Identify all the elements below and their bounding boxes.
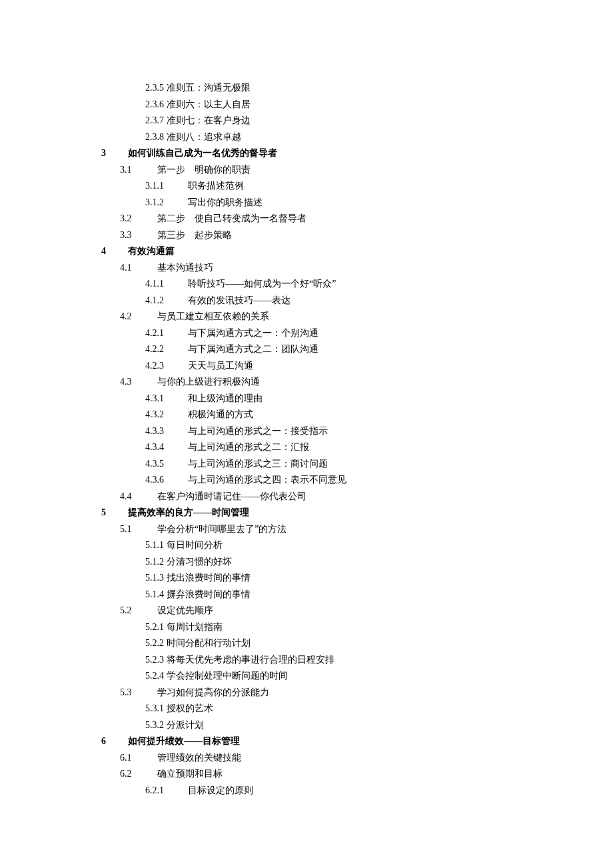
outline-section-number: 3	[101, 145, 120, 162]
outline-item-level3: 2.3.6 准则六：以主人自居	[40, 97, 573, 113]
outline-item-level2: 3.3第三步 起步策略	[40, 227, 573, 244]
outline-sub-number: 3.1	[120, 162, 144, 179]
outline-item-level3: 4.2.1与下属沟通方式之一：个别沟通	[40, 325, 573, 342]
outline-subsub-text: 和上级沟通的理由	[188, 391, 263, 407]
outline-item-level3: 5.2.1 每周计划指南	[40, 619, 573, 636]
outline-subsub-text: 与下属沟通方式之二：团队沟通	[188, 341, 318, 358]
outline-section-heading: 5提高效率的良方——时间管理	[40, 505, 573, 521]
outline-sub-title: 第三步 起步策略	[157, 227, 232, 244]
outline-item-level2: 4.4在客户沟通时请记住——你代表公司	[40, 489, 573, 505]
outline-text: 5.1.4 摒弃浪费时间的事情	[145, 587, 251, 603]
outline-text: 5.2.2 时间分配和行动计划	[145, 635, 251, 652]
outline-sub-number: 4.2	[120, 309, 144, 325]
outline-section-number: 5	[101, 505, 120, 521]
outline-subsub-number: 4.1.1	[145, 276, 175, 293]
outline-sub-number: 6.1	[120, 750, 144, 767]
outline-text: 5.2.4 学会控制处理中断问题的时间	[145, 668, 288, 685]
outline-text: 5.3.2 分派计划	[145, 717, 204, 734]
outline-sub-number: 4.1	[120, 260, 144, 277]
outline-sub-title: 学会分析“时间哪里去了”的方法	[157, 521, 287, 538]
outline-text: 2.3.6 准则六：以主人自居	[145, 97, 251, 113]
outline-subsub-text: 与上司沟通的形式之二：汇报	[188, 439, 309, 456]
outline-subsub-text: 有效的发讯技巧——表达	[188, 293, 291, 309]
outline-section-number: 4	[101, 243, 120, 260]
outline-subsub-number: 4.3.6	[145, 472, 175, 489]
outline-sub-number: 4.4	[120, 489, 144, 505]
document-outline: 2.3.5 准则五：沟通无极限2.3.6 准则六：以主人自居2.3.7 准则七：…	[40, 80, 573, 799]
outline-section-number: 6	[101, 733, 120, 750]
outline-item-level3: 3.1.1职务描述范例	[40, 178, 573, 195]
outline-text: 2.3.5 准则五：沟通无极限	[145, 80, 251, 97]
outline-subsub-number: 4.3.3	[145, 423, 175, 440]
outline-item-level3: 5.1.2 分清习惯的好坏	[40, 554, 573, 571]
outline-sub-title: 第二步 使自己转变成为一名督导者	[157, 211, 306, 227]
outline-sub-title: 设定优先顺序	[157, 603, 213, 619]
outline-item-level3: 4.3.4与上司沟通的形式之二：汇报	[40, 439, 573, 456]
outline-section-title: 提高效率的良方——时间管理	[128, 505, 249, 521]
outline-subsub-number: 6.2.1	[145, 783, 175, 799]
outline-item-level3: 2.3.8 准则八：追求卓越	[40, 129, 573, 146]
outline-item-level3: 5.3.1 授权的艺术	[40, 701, 573, 717]
outline-item-level3: 5.2.2 时间分配和行动计划	[40, 635, 573, 652]
outline-sub-title: 与你的上级进行积极沟通	[157, 374, 260, 391]
outline-item-level3: 5.1.4 摒弃浪费时间的事情	[40, 587, 573, 603]
outline-item-level2: 4.2与员工建立相互依赖的关系	[40, 309, 573, 325]
outline-item-level3: 5.3.2 分派计划	[40, 717, 573, 734]
outline-text: 5.3.1 授权的艺术	[145, 701, 213, 717]
outline-sub-number: 5.1	[120, 521, 144, 538]
outline-item-level3: 2.3.7 准则七：在客户身边	[40, 113, 573, 129]
outline-sub-number: 3.2	[120, 211, 144, 227]
outline-item-level2: 5.2设定优先顺序	[40, 603, 573, 619]
outline-subsub-text: 与上司沟通的形式之三：商讨问题	[188, 456, 328, 473]
outline-item-level2: 3.2第二步 使自己转变成为一名督导者	[40, 211, 573, 227]
outline-item-level3: 5.2.4 学会控制处理中断问题的时间	[40, 668, 573, 685]
outline-sub-number: 5.3	[120, 685, 144, 701]
outline-item-level3: 6.2.1目标设定的原则	[40, 783, 573, 799]
outline-subsub-number: 4.1.2	[145, 293, 175, 309]
outline-subsub-number: 3.1.1	[145, 178, 175, 195]
outline-sub-number: 3.3	[120, 227, 144, 244]
outline-subsub-number: 3.1.2	[145, 195, 175, 211]
outline-text: 5.1.1 每日时间分析	[145, 537, 223, 554]
outline-item-level2: 5.1学会分析“时间哪里去了”的方法	[40, 521, 573, 538]
outline-item-level3: 4.2.2与下属沟通方式之二：团队沟通	[40, 341, 573, 358]
outline-item-level3: 3.1.2写出你的职务描述	[40, 195, 573, 211]
outline-sub-number: 6.2	[120, 766, 144, 783]
outline-section-heading: 4有效沟通篇	[40, 243, 573, 260]
outline-subsub-text: 写出你的职务描述	[188, 195, 263, 211]
outline-text: 5.2.3 将每天优先考虑的事进行合理的日程安排	[145, 652, 334, 669]
outline-subsub-text: 与下属沟通方式之一：个别沟通	[188, 325, 318, 342]
outline-item-level3: 4.1.2有效的发讯技巧——表达	[40, 293, 573, 309]
outline-sub-title: 在客户沟通时请记住——你代表公司	[157, 489, 306, 505]
outline-subsub-number: 4.2.1	[145, 325, 175, 342]
outline-item-level2: 6.1管理绩效的关键技能	[40, 750, 573, 767]
outline-text: 2.3.8 准则八：追求卓越	[145, 129, 241, 146]
outline-sub-number: 5.2	[120, 603, 144, 619]
outline-text: 2.3.7 准则七：在客户身边	[145, 113, 251, 129]
outline-section-title: 如何提升绩效——目标管理	[128, 733, 240, 750]
outline-item-level3: 5.1.3 找出浪费时间的事情	[40, 570, 573, 587]
outline-item-level2: 5.3学习如何提高你的分派能力	[40, 685, 573, 701]
outline-section-heading: 6如何提升绩效——目标管理	[40, 733, 573, 750]
outline-subsub-text: 与上司沟通的形式之一：接受指示	[188, 423, 328, 440]
outline-section-title: 有效沟通篇	[128, 243, 175, 260]
outline-sub-title: 第一步 明确你的职责	[157, 162, 251, 179]
outline-subsub-number: 4.2.2	[145, 341, 175, 358]
outline-item-level3: 4.3.5与上司沟通的形式之三：商讨问题	[40, 456, 573, 473]
outline-text: 5.1.2 分清习惯的好坏	[145, 554, 232, 571]
outline-item-level2: 4.3与你的上级进行积极沟通	[40, 374, 573, 391]
outline-item-level3: 4.3.1和上级沟通的理由	[40, 391, 573, 407]
outline-sub-title: 确立预期和目标	[157, 766, 223, 783]
outline-section-heading: 3如何训练自己成为一名优秀的督导者	[40, 145, 573, 162]
outline-subsub-number: 4.3.1	[145, 391, 175, 407]
outline-item-level2: 6.2确立预期和目标	[40, 766, 573, 783]
outline-subsub-text: 聆听技巧——如何成为一个好“听众”	[188, 276, 336, 293]
outline-subsub-text: 天天与员工沟通	[188, 358, 253, 375]
outline-item-level3: 4.3.6与上司沟通的形式之四：表示不同意见	[40, 472, 573, 489]
outline-item-level2: 3.1第一步 明确你的职责	[40, 162, 573, 179]
outline-item-level2: 4.1基本沟通技巧	[40, 260, 573, 277]
outline-item-level3: 2.3.5 准则五：沟通无极限	[40, 80, 573, 97]
outline-sub-title: 与员工建立相互依赖的关系	[157, 309, 269, 325]
outline-text: 5.1.3 找出浪费时间的事情	[145, 570, 251, 587]
outline-sub-title: 学习如何提高你的分派能力	[157, 685, 269, 701]
